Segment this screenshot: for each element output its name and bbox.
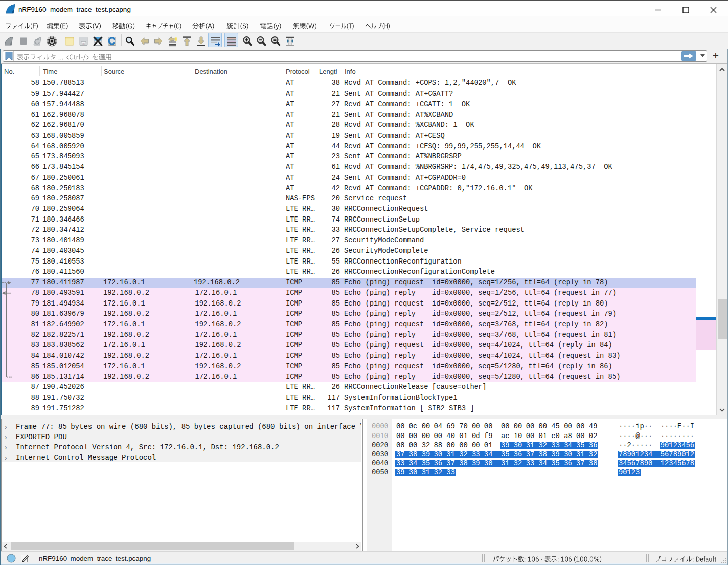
svg-text:010: 010 [82,42,85,45]
